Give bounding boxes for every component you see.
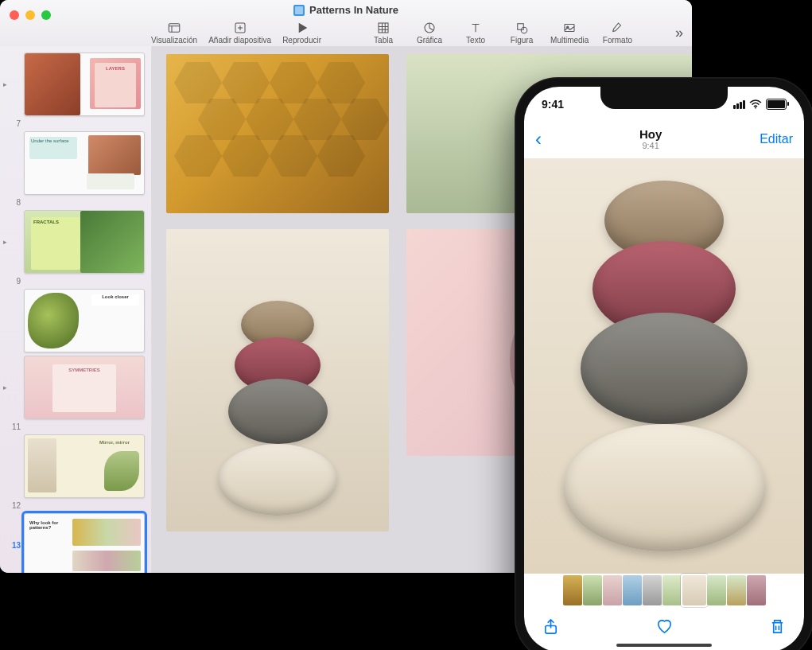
share-button[interactable] xyxy=(542,617,560,639)
slide-thumbnail[interactable]: Under the surface xyxy=(6,131,145,195)
toolbar-chart[interactable]: Gráfica xyxy=(412,21,447,45)
disclosure-triangle-icon[interactable]: ▸ xyxy=(3,238,7,246)
thumb-title: FRACTALS xyxy=(31,217,80,270)
iphone-device: 9:41 ‹ Hoy 9:41 Editar xyxy=(515,77,812,650)
thumb-title: SYMMETRIES xyxy=(52,364,116,412)
shape-icon xyxy=(515,21,529,35)
svg-point-16 xyxy=(521,27,527,33)
filmstrip-thumb[interactable] xyxy=(583,575,602,605)
toolbar-media[interactable]: Multimedia xyxy=(550,21,589,45)
toolbar-add-slide[interactable]: Añadir diapositiva xyxy=(208,21,271,45)
photos-navbar: ‹ Hoy 9:41 Editar xyxy=(524,122,804,157)
thumb-title: Why look for patterns? xyxy=(29,520,66,536)
text-icon xyxy=(468,21,483,35)
filmstrip-thumb[interactable] xyxy=(662,575,682,605)
photos-toolbar xyxy=(524,610,804,645)
table-icon xyxy=(376,21,390,35)
filmstrip-thumb[interactable] xyxy=(747,575,766,605)
view-icon xyxy=(167,21,181,35)
slide-thumbnail[interactable]: Look closer xyxy=(6,289,145,352)
honeycomb-pattern xyxy=(166,54,389,213)
slide-navigator[interactable]: ▸ LAYERS 7 Under the surface xyxy=(0,46,152,573)
media-icon xyxy=(562,21,577,35)
slide-number: 12 xyxy=(6,501,21,510)
thumb-title: Under the surface xyxy=(29,137,77,159)
photo-urchin-stack xyxy=(557,197,771,551)
toolbar-play[interactable]: Reproducir xyxy=(282,21,321,45)
thumb-title: Look closer xyxy=(91,294,139,306)
toolbar-table[interactable]: Tabla xyxy=(366,21,401,45)
nav-title-group: Hoy 9:41 xyxy=(639,128,662,151)
window-titlebar: Patterns In Nature Visualización Añadir … xyxy=(0,0,692,47)
disclosure-triangle-icon[interactable]: ▸ xyxy=(3,383,7,391)
slide-number: 11 xyxy=(6,422,21,431)
edit-button[interactable]: Editar xyxy=(760,132,793,146)
document-title: Patterns In Nature xyxy=(309,4,398,16)
thumb-title: Mirror, mirror xyxy=(99,440,139,448)
slide-thumbnail[interactable]: Mirror, mirror xyxy=(6,434,145,498)
toolbar: Visualización Añadir diapositiva Reprodu… xyxy=(151,19,684,46)
trash-icon xyxy=(768,617,787,636)
toolbar-shape[interactable]: Figura xyxy=(504,21,539,45)
slide-thumbnail[interactable]: ▸ SYMMETRIES xyxy=(6,356,145,419)
share-icon xyxy=(542,617,560,636)
canvas-image-urchins[interactable] xyxy=(166,229,389,531)
slide-number: 13 xyxy=(6,541,21,550)
iphone-screen: 9:41 ‹ Hoy 9:41 Editar xyxy=(524,87,804,650)
toolbar-format[interactable]: Formato xyxy=(600,21,635,45)
cellular-signal-icon xyxy=(733,100,745,109)
heart-icon xyxy=(655,617,674,636)
thumb-title: LAYERS xyxy=(95,63,136,107)
toolbar-overflow[interactable]: » xyxy=(675,25,684,41)
nav-title: Hoy xyxy=(639,128,662,142)
slide-thumbnail[interactable]: 7 xyxy=(6,119,145,128)
svg-rect-15 xyxy=(518,24,524,30)
nav-subtitle: 9:41 xyxy=(639,141,662,150)
battery-icon xyxy=(766,99,787,110)
urchin-stack xyxy=(214,310,341,516)
play-icon xyxy=(295,21,309,35)
slide-number: 8 xyxy=(6,198,21,207)
filmstrip-thumb[interactable] xyxy=(623,575,642,605)
wifi-icon xyxy=(749,99,762,109)
home-indicator[interactable] xyxy=(616,644,712,647)
svg-rect-0 xyxy=(169,24,180,33)
filmstrip-thumb[interactable] xyxy=(727,575,746,605)
iphone-notch xyxy=(600,87,728,109)
slide-number: 9 xyxy=(6,277,21,286)
plus-icon xyxy=(233,21,247,35)
slide-thumbnail[interactable]: 11 xyxy=(6,422,145,431)
filmstrip-thumb[interactable] xyxy=(563,575,582,605)
slide-number: 7 xyxy=(6,119,21,128)
slide-thumbnail[interactable]: ▸ FRACTALS xyxy=(6,210,145,274)
filmstrip-thumb-current[interactable] xyxy=(682,575,706,605)
document-icon xyxy=(293,5,305,16)
toolbar-view[interactable]: Visualización xyxy=(151,21,197,45)
back-button[interactable]: ‹ xyxy=(535,128,542,150)
slide-thumbnail[interactable]: 9 xyxy=(6,277,145,286)
slide-thumbnail[interactable]: ▸ LAYERS xyxy=(6,53,145,116)
filmstrip-thumb[interactable] xyxy=(707,575,726,605)
slide-thumbnail[interactable]: 12 xyxy=(6,501,145,510)
svg-marker-6 xyxy=(299,24,306,33)
paintbrush-icon xyxy=(610,21,624,35)
svg-rect-7 xyxy=(379,23,388,33)
filmstrip-thumb[interactable] xyxy=(603,575,622,605)
status-time: 9:41 xyxy=(542,98,564,111)
delete-button[interactable] xyxy=(768,617,787,639)
photo-filmstrip[interactable] xyxy=(524,574,804,607)
disclosure-triangle-icon[interactable]: ▸ xyxy=(3,80,7,88)
slide-thumbnail-selected[interactable]: 13 Why look for patterns? xyxy=(6,513,145,573)
filmstrip-thumb[interactable] xyxy=(643,575,662,605)
photo-viewer[interactable] xyxy=(524,158,804,574)
window-title: Patterns In Nature xyxy=(0,4,692,16)
chart-icon xyxy=(422,21,437,35)
favorite-button[interactable] xyxy=(655,617,674,639)
svg-point-19 xyxy=(755,107,756,109)
canvas-image-honeycomb[interactable] xyxy=(166,54,389,213)
slide-thumbnail[interactable]: 8 xyxy=(6,198,145,207)
toolbar-text[interactable]: Texto xyxy=(458,21,493,45)
